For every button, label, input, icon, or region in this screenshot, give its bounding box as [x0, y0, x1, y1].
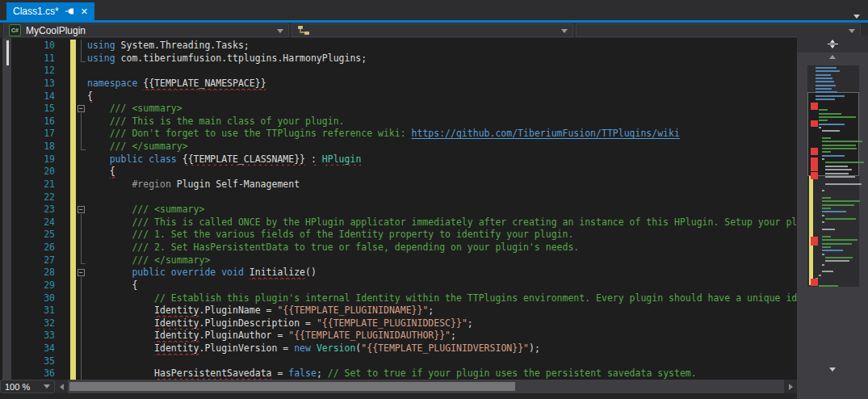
code-line[interactable]: 19public class {{TEMPLATE_CLASSNAME}} : …: [0, 153, 797, 166]
change-indicator: [70, 103, 76, 116]
change-indicator: [70, 166, 76, 178]
project-dropdown[interactable]: C# MyCoolPlugin: [3, 23, 289, 37]
minimap-code-row: [819, 120, 828, 121]
scroll-down-button[interactable]: [797, 368, 868, 372]
tab-class1[interactable]: Class1.cs* ✕: [6, 2, 94, 20]
line-number[interactable]: 34: [0, 342, 55, 355]
code-line[interactable]: 15/// <summary>: [0, 103, 797, 116]
code-line[interactable]: 30// Establish this plugin's internal Id…: [0, 292, 797, 305]
line-number[interactable]: 32: [0, 317, 55, 330]
scroll-left-button[interactable]: [55, 384, 68, 390]
line-number[interactable]: 14: [0, 90, 55, 103]
code-line[interactable]: 32Identity.PluginDescription = "{{TEMPLA…: [0, 317, 797, 330]
code-line[interactable]: 12: [0, 65, 797, 78]
outline-margin: [76, 279, 87, 292]
code-line[interactable]: 25/// 1. Set the various fields of the I…: [0, 229, 797, 242]
line-number[interactable]: 18: [0, 141, 55, 153]
outline-margin: [76, 191, 87, 204]
line-number[interactable]: 25: [0, 229, 55, 242]
line-number[interactable]: 20: [0, 166, 55, 178]
collapse-toggle[interactable]: [76, 267, 87, 279]
minimap-code-row: [819, 124, 845, 125]
h-scrollbar-thumb[interactable]: [69, 382, 515, 391]
line-number[interactable]: 23: [0, 204, 55, 216]
line-number[interactable]: 12: [0, 65, 55, 78]
splitter-handle[interactable]: [797, 36, 868, 52]
zoom-combobox[interactable]: 100 %: [0, 380, 55, 393]
line-number[interactable]: 16: [0, 116, 55, 128]
code-line[interactable]: 21#region Plugin Self-Management: [0, 178, 797, 191]
line-number[interactable]: 31: [0, 304, 55, 317]
scroll-right-button[interactable]: [784, 384, 797, 390]
code-editor[interactable]: 10using System.Threading.Tasks;11using c…: [0, 38, 797, 380]
code-text: using com.tiberiumfusion.ttplugins.Harmo…: [87, 52, 797, 65]
minimap[interactable]: [807, 65, 859, 287]
line-number[interactable]: 17: [0, 128, 55, 141]
minimap-code-row: [825, 166, 848, 167]
change-indicator: [70, 242, 76, 254]
code-line[interactable]: 31Identity.PluginName = "{{TEMPLATE_PLUG…: [0, 304, 797, 317]
code-text: public class {{TEMPLATE_CLASSNAME}} : HP…: [87, 153, 797, 166]
code-line[interactable]: 23/// <summary>: [0, 204, 797, 216]
code-line[interactable]: 18/// </summary>: [0, 141, 797, 153]
code-line[interactable]: 10using System.Threading.Tasks;: [0, 40, 797, 52]
line-number[interactable]: 21: [0, 178, 55, 191]
bottom-scroll-bar: 100 %: [0, 380, 797, 393]
line-number[interactable]: 24: [0, 216, 55, 229]
code-text: /// 2. Set HasPersistentData to true or …: [87, 242, 797, 254]
code-line[interactable]: 13namespace {{TEMPLATE_NAMESPACE}}: [0, 78, 797, 90]
line-number[interactable]: 19: [0, 153, 55, 166]
code-text: public override void Initialize(): [87, 267, 797, 279]
code-line[interactable]: 27/// </summary>: [0, 254, 797, 267]
line-number[interactable]: 10: [0, 40, 55, 52]
code-line[interactable]: 22: [0, 191, 797, 204]
pin-icon[interactable]: [65, 7, 74, 15]
gutter-gap: [55, 242, 70, 254]
code-line[interactable]: 16/// This is the main class of your plu…: [0, 116, 797, 128]
change-indicator: [70, 342, 76, 355]
outline-margin: [76, 292, 87, 305]
code-line[interactable]: 33Identity.PluginAuthor = "{{TEMPLATE_PL…: [0, 330, 797, 342]
line-number[interactable]: 36: [0, 368, 55, 380]
line-number[interactable]: 22: [0, 191, 55, 204]
code-line[interactable]: 26/// 2. Set HasPersistentData to true o…: [0, 242, 797, 254]
scroll-up-button[interactable]: [797, 55, 868, 59]
code-line[interactable]: 28public override void Initialize(): [0, 267, 797, 279]
line-number[interactable]: 33: [0, 330, 55, 342]
gutter-gap: [55, 103, 70, 116]
line-number[interactable]: 26: [0, 242, 55, 254]
close-icon[interactable]: ✕: [81, 7, 88, 16]
line-number[interactable]: 13: [0, 78, 55, 90]
code-line[interactable]: 24/// This is called ONCE by the HPlugin…: [0, 216, 797, 229]
code-line[interactable]: 11using com.tiberiumfusion.ttplugins.Har…: [0, 52, 797, 65]
minimap-code-row: [819, 285, 838, 287]
minimap-code-row: [822, 200, 860, 202]
code-line[interactable]: 36HasPersistentSavedata = false; // Set …: [0, 368, 797, 380]
code-line[interactable]: 34Identity.PluginVersion = new Version("…: [0, 342, 797, 355]
line-number[interactable]: 28: [0, 267, 55, 279]
code-text: Identity.PluginVersion = new Version("{{…: [87, 342, 797, 355]
collapse-toggle[interactable]: [76, 204, 87, 216]
code-text: /// 1. Set the various fields of the Ide…: [87, 229, 797, 242]
code-line[interactable]: 20{: [0, 166, 797, 178]
error-marker: [811, 120, 818, 127]
code-line[interactable]: 29{: [0, 279, 797, 292]
h-scrollbar-track[interactable]: [68, 380, 784, 393]
line-number[interactable]: 30: [0, 292, 55, 305]
class-dropdown[interactable]: [291, 23, 573, 37]
line-number[interactable]: 35: [0, 355, 55, 368]
code-line[interactable]: 35: [0, 355, 797, 368]
code-line[interactable]: 17/// Don't forget to use the TTPlugins …: [0, 128, 797, 141]
change-indicator: [70, 355, 76, 368]
code-line[interactable]: 14{: [0, 90, 797, 103]
line-number[interactable]: 27: [0, 254, 55, 267]
line-number[interactable]: 11: [0, 52, 55, 65]
outline-margin: [76, 242, 87, 254]
code-text: [87, 355, 797, 368]
line-number[interactable]: 15: [0, 103, 55, 116]
code-text: /// <summary>: [87, 204, 797, 216]
line-number[interactable]: 29: [0, 279, 55, 292]
collapse-toggle[interactable]: [76, 103, 87, 116]
code-text: using System.Threading.Tasks;: [87, 40, 797, 52]
minimap-code-row: [819, 116, 856, 118]
